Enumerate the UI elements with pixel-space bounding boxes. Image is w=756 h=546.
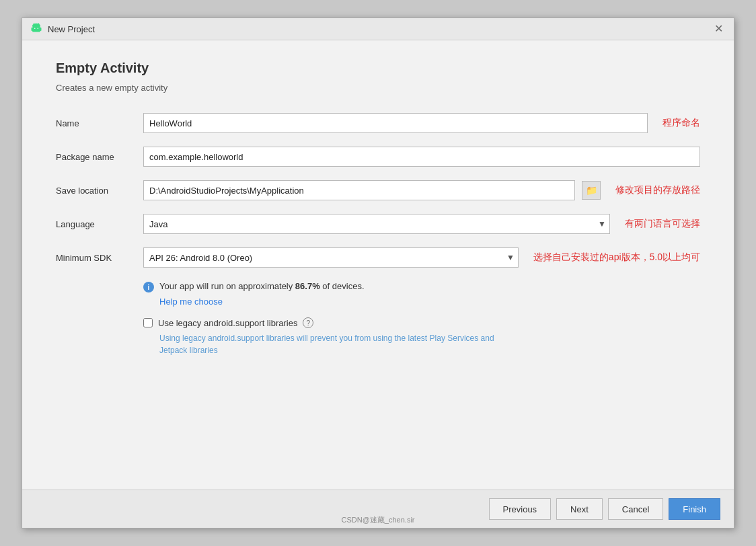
legacy-checkbox-label: Use legacy android.support libraries <box>158 318 297 328</box>
svg-rect-2 <box>32 28 33 31</box>
name-input[interactable] <box>143 113 648 133</box>
sdk-row: Minimum SDK API 21: Android 5.0 (Lollipo… <box>56 247 700 268</box>
package-label: Package name <box>56 152 143 162</box>
watermark: CSDN@迷藏_chen.sir <box>22 515 734 525</box>
language-label: Language <box>56 219 143 229</box>
legacy-note: Using legacy android.support libraries w… <box>159 332 509 356</box>
sdk-select-wrapper: API 21: Android 5.0 (Lollipop) API 22: A… <box>143 247 519 268</box>
svg-rect-1 <box>32 27 40 32</box>
svg-point-6 <box>34 28 36 30</box>
title-bar: New Project ✕ <box>22 18 734 40</box>
name-field: 程序命名 <box>143 113 700 133</box>
close-button[interactable]: ✕ <box>712 22 726 36</box>
language-select-wrapper: Java Kotlin ▼ <box>143 214 610 234</box>
page-title: Empty Activity <box>56 61 700 76</box>
svg-point-7 <box>38 28 39 30</box>
info-text-after: of devices. <box>320 281 365 291</box>
language-select[interactable]: Java Kotlin <box>143 214 610 234</box>
legacy-checkbox[interactable] <box>143 318 153 327</box>
save-label: Save location <box>56 186 143 196</box>
info-text: Your app will run on approximately 86.7%… <box>159 281 365 291</box>
svg-rect-3 <box>40 28 41 31</box>
name-label: Name <box>56 118 143 128</box>
info-text-before: Your app will run on approximately <box>159 281 295 291</box>
package-field <box>143 147 700 167</box>
language-annotation: 有两门语言可选择 <box>625 218 700 230</box>
help-me-choose-link[interactable]: Help me choose <box>159 297 223 307</box>
sdk-select[interactable]: API 21: Android 5.0 (Lollipop) API 22: A… <box>143 247 519 268</box>
package-row: Package name <box>56 147 700 167</box>
page-subtitle: Creates a new empty activity <box>56 83 700 93</box>
legacy-checkbox-row: Use legacy android.support libraries ? <box>143 317 700 328</box>
save-row: Save location 📁 修改项目的存放路径 <box>56 180 700 200</box>
save-field: 📁 修改项目的存放路径 <box>143 180 700 200</box>
window-title: New Project <box>48 24 95 34</box>
package-input[interactable] <box>143 147 700 167</box>
info-row: i Your app will run on approximately 86.… <box>143 281 700 292</box>
info-section: i Your app will run on approximately 86.… <box>143 281 700 307</box>
name-row: Name 程序命名 <box>56 113 700 133</box>
language-row: Language Java Kotlin ▼ 有两门语言可选择 <box>56 214 700 234</box>
language-field: Java Kotlin ▼ 有两门语言可选择 <box>143 214 700 234</box>
info-icon: i <box>143 282 154 292</box>
save-annotation: 修改项目的存放路径 <box>615 184 700 196</box>
title-bar-left: New Project <box>30 23 95 35</box>
browse-button[interactable]: 📁 <box>582 181 601 200</box>
sdk-label: Minimum SDK <box>56 253 143 263</box>
new-project-dialog: New Project ✕ Empty Activity Creates a n… <box>22 17 734 529</box>
sdk-annotation: 选择自己安装过的api版本，5.0以上均可 <box>533 251 700 264</box>
dialog-content: Empty Activity Creates a new empty activ… <box>22 40 734 490</box>
folder-icon: 📁 <box>586 185 597 196</box>
legacy-help-icon[interactable]: ? <box>303 317 313 328</box>
sdk-field: API 21: Android 5.0 (Lollipop) API 22: A… <box>143 247 700 268</box>
info-percentage: 86.7% <box>295 281 320 291</box>
name-annotation: 程序命名 <box>663 117 700 129</box>
android-icon <box>30 23 42 35</box>
save-input[interactable] <box>143 180 575 200</box>
